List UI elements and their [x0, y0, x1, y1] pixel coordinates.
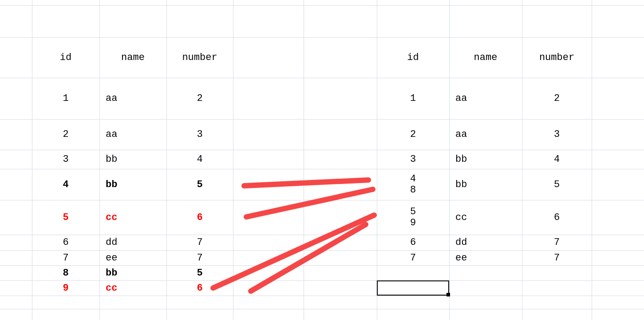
right-name-2: bb: [449, 150, 522, 169]
left-number-7: 5: [166, 265, 233, 280]
left-number-1: 3: [166, 119, 233, 150]
left-id-2: 3: [32, 150, 99, 169]
left-number-4: 6: [166, 200, 233, 235]
spreadsheet-grid: idnamenumberidnamenumber1aa22aa33bb44bb5…: [0, 0, 644, 320]
right-number-2: 4: [522, 150, 592, 169]
left-header-number: number: [166, 37, 233, 78]
left-name-2: bb: [99, 150, 166, 169]
left-id-5: 6: [32, 235, 99, 250]
left-name-3: bb: [99, 169, 166, 200]
right-number-3: 5: [522, 169, 592, 200]
right-name-3: bb: [449, 169, 522, 200]
left-id-6: 7: [32, 250, 99, 265]
left-id-8: 9: [32, 280, 99, 296]
right-name-1: aa: [449, 119, 522, 150]
left-id-4: 5: [32, 200, 99, 235]
right-name-0: aa: [449, 78, 522, 119]
right-id-4: 59: [377, 200, 449, 235]
left-number-6: 7: [166, 250, 233, 265]
right-id-6: 7: [377, 250, 449, 265]
left-id-1: 2: [32, 119, 99, 150]
cell-selection[interactable]: [377, 280, 449, 296]
left-id-7: 8: [32, 265, 99, 280]
left-name-7: bb: [99, 265, 166, 280]
left-number-5: 7: [166, 235, 233, 250]
right-number-6: 7: [522, 250, 592, 265]
left-id-3: 4: [32, 169, 99, 200]
right-id-5: 6: [377, 235, 449, 250]
right-name-5: dd: [449, 235, 522, 250]
right-id-3: 48: [377, 169, 449, 200]
right-id-2: 3: [377, 150, 449, 169]
left-header-name: name: [99, 37, 166, 78]
left-name-6: ee: [99, 250, 166, 265]
right-number-1: 3: [522, 119, 592, 150]
left-name-5: dd: [99, 235, 166, 250]
right-header-number: number: [522, 37, 592, 78]
right-number-0: 2: [522, 78, 592, 119]
left-id-0: 1: [32, 78, 99, 119]
left-name-0: aa: [99, 78, 166, 119]
left-number-0: 2: [166, 78, 233, 119]
right-id-0: 1: [377, 78, 449, 119]
right-id-1: 2: [377, 119, 449, 150]
left-name-4: cc: [99, 200, 166, 235]
left-number-8: 6: [166, 280, 233, 296]
left-name-8: cc: [99, 280, 166, 296]
left-number-2: 4: [166, 150, 233, 169]
right-name-4: cc: [449, 200, 522, 235]
right-header-id: id: [377, 37, 449, 78]
right-header-name: name: [449, 37, 522, 78]
right-name-6: ee: [449, 250, 522, 265]
left-name-1: aa: [99, 119, 166, 150]
left-number-3: 5: [166, 169, 233, 200]
left-header-id: id: [32, 37, 99, 78]
right-number-4: 6: [522, 200, 592, 235]
right-number-5: 7: [522, 235, 592, 250]
